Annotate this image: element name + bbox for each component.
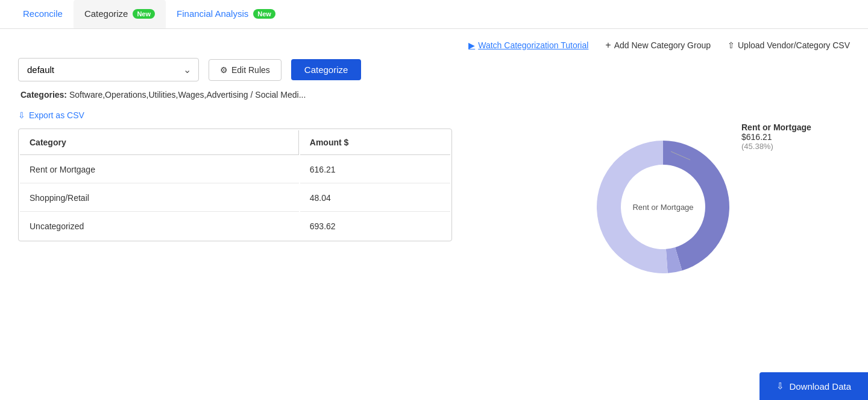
tab-categorize-badge: New <box>133 9 155 19</box>
tutorial-link[interactable]: ▶ Watch Categorization Tutorial <box>468 40 588 50</box>
col-category: Category <box>20 130 299 155</box>
donut-chart <box>573 116 753 297</box>
tutorial-link-label: Watch Categorization Tutorial <box>478 40 588 50</box>
main-layout: ⇩ Export as CSV Category Amount $ Rent o… <box>18 110 850 297</box>
download-icon: ⇩ <box>18 110 25 120</box>
category-select-wrapper: default ⌄ <box>18 58 199 81</box>
chart-segment-2 <box>597 141 668 273</box>
upload-csv-link[interactable]: ⇧ Upload Vendor/Category CSV <box>728 40 850 50</box>
table-row: Uncategorized 693.62 <box>20 213 450 240</box>
categories-values: Software,Operations,Utilities,Wages,Adve… <box>69 90 306 100</box>
tab-reconcile-label: Reconcile <box>23 8 63 19</box>
cell-amount: 616.21 <box>300 156 450 183</box>
tabs-bar: Reconcile Categorize New Financial Analy… <box>0 0 868 29</box>
play-icon: ▶ <box>468 40 475 50</box>
export-csv-label: Export as CSV <box>29 110 84 120</box>
edit-rules-button[interactable]: ⚙ Edit Rules <box>209 59 281 81</box>
tab-financial-analysis-label: Financial Analysis <box>177 8 248 19</box>
tooltip-amount: $616.21 <box>741 132 850 142</box>
chart-container: Rent or Mortgage <box>573 116 753 297</box>
tab-financial-analysis[interactable]: Financial Analysis New <box>166 0 286 28</box>
tab-financial-analysis-badge: New <box>253 9 275 19</box>
gear-icon: ⚙ <box>220 65 228 75</box>
upload-icon: ⇧ <box>728 40 735 50</box>
plus-icon: + <box>605 40 611 51</box>
col-amount: Amount $ <box>300 130 450 155</box>
tab-reconcile[interactable]: Reconcile <box>12 0 74 28</box>
cell-category: Rent or Mortgage <box>20 156 299 183</box>
table-row: Shopping/Retail 48.04 <box>20 185 450 212</box>
upload-csv-label: Upload Vendor/Category CSV <box>738 40 850 50</box>
chart-tooltip: Rent or Mortgage $616.21 (45.38%) <box>741 122 850 151</box>
categories-row: Categories: Software,Operations,Utilitie… <box>18 90 850 100</box>
add-category-link[interactable]: + Add New Category Group <box>605 40 711 51</box>
tooltip-pct: (45.38%) <box>741 142 850 151</box>
left-panel: ⇩ Export as CSV Category Amount $ Rent o… <box>18 110 452 241</box>
tab-categorize-label: Categorize <box>84 8 128 19</box>
main-content: default ⌄ ⚙ Edit Rules Categorize Catego… <box>0 58 868 316</box>
toolbar: ▶ Watch Categorization Tutorial + Add Ne… <box>0 29 868 58</box>
tab-categorize[interactable]: Categorize New <box>74 0 166 28</box>
categorize-label: Categorize <box>304 65 348 75</box>
right-panel: Rent or Mortgage Rent or Mortgage $616.2… <box>476 110 850 297</box>
tooltip-label: Rent or Mortgage <box>741 122 850 132</box>
data-table: Category Amount $ Rent or Mortgage 616.2… <box>18 129 452 241</box>
cell-category: Shopping/Retail <box>20 185 299 212</box>
categorize-button[interactable]: Categorize <box>291 59 362 80</box>
edit-rules-label: Edit Rules <box>231 65 270 75</box>
add-category-label: Add New Category Group <box>614 40 711 50</box>
controls-row: default ⌄ ⚙ Edit Rules Categorize <box>18 58 850 81</box>
export-csv-link[interactable]: ⇩ Export as CSV <box>18 110 452 120</box>
cell-category: Uncategorized <box>20 213 299 240</box>
cell-amount: 48.04 <box>300 185 450 212</box>
category-select[interactable]: default <box>19 59 198 81</box>
table-row: Rent or Mortgage 616.21 <box>20 156 450 183</box>
cell-amount: 693.62 <box>300 213 450 240</box>
table-header-row: Category Amount $ <box>20 130 450 155</box>
categories-key: Categories: <box>20 90 67 100</box>
